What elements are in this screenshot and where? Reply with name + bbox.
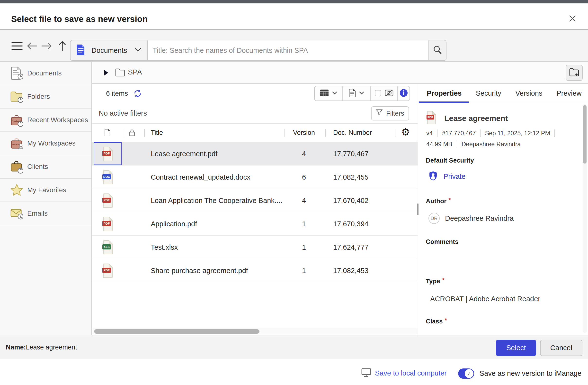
search-button[interactable] [428,40,446,61]
refresh-icon[interactable] [133,89,142,99]
doc-date: Sep 11, 2025, 12:12 PM [485,130,550,137]
author-row: DR Deepashree Ravindra [428,213,514,224]
toolbar: Documents [0,30,588,62]
tab-properties[interactable]: Properties [427,89,462,97]
tab-versions[interactable]: Versions [515,89,542,97]
menu-icon[interactable] [10,30,24,62]
sidebar-item-my-workspaces[interactable]: My Workspaces [0,132,91,155]
row-version: 1 [289,220,318,228]
dialog-title: Select file to save as new version [11,14,147,24]
author-name: Deepashree Ravindra [445,214,514,223]
sidebar-item-clients[interactable]: Clients [0,155,91,179]
table-row[interactable]: PDFShare purchase agreement.pdf117,082,4… [92,259,418,282]
filters-row: No active filters Filters [92,103,418,124]
column-version[interactable]: Version [289,129,318,136]
column-title[interactable]: Title [151,129,163,136]
type-value: ACROBAT | Adobe Acrobat Reader [430,295,540,303]
doc-number: #17,770,467 [442,130,476,137]
table-view-icon [320,89,329,98]
horizontal-scrollbar [92,328,418,334]
pane-resize-handle[interactable] [417,204,419,215]
row-title: Test.xlsx [151,243,178,251]
breadcrumb-folder-name[interactable]: SPA [128,68,142,76]
preview-toggle-group[interactable] [371,86,398,100]
sidebar-item-my-favorites[interactable]: My Favorites [0,179,91,202]
info-button[interactable] [398,86,410,100]
doc-file-icon: DOC [94,165,122,189]
default-security-label: Default Security [426,157,474,164]
cancel-button[interactable]: Cancel [540,340,582,356]
new-folder-button[interactable] [566,65,583,81]
column-separator [123,129,123,137]
caret-right-icon[interactable] [104,69,109,77]
items-count: 6 items [106,90,128,97]
sidebar: DocumentsFoldersRecent WorkspacesMy Work… [0,62,92,335]
save-version-dialog: Select file to save as new version [0,3,588,385]
search-input[interactable] [147,40,428,61]
row-title: Lease agreement.pdf [151,150,217,158]
column-separator [284,129,285,137]
sidebar-item-label: My Workspaces [27,139,76,147]
horizontal-scrollbar-thumb[interactable] [94,329,259,334]
document-meta-line1: v4 #17,770,467 Sep 11, 2025, 12:12 PM [426,130,559,137]
checkbox-icon[interactable] [375,90,381,97]
tab-preview[interactable]: Preview [556,89,581,97]
svg-text:DOC: DOC [103,175,110,179]
column-doc-number[interactable]: Doc. Number [333,129,372,136]
back-arrow-icon[interactable] [25,30,39,62]
table-row[interactable]: DOCContract renewal_updated.docx617,082,… [92,165,418,189]
row-title: Share purchase agreement.pdf [151,267,248,275]
table-row[interactable]: PDFApplication.pdf117,670,394 [92,212,418,236]
sidebar-item-documents[interactable]: Documents [0,62,91,85]
forward-arrow-icon[interactable] [40,30,54,62]
table-row[interactable]: PDFLease agreement.pdf417,770,467 [92,142,418,165]
mail-clock-icon [10,207,24,220]
details-scrollbar [583,104,587,333]
sidebar-item-folders[interactable]: Folders [0,85,91,109]
table-view-button[interactable] [315,86,343,100]
table-header: Title Version Doc. Number ⚙ [92,124,418,142]
breadcrumb: SPA [92,62,588,84]
table-row[interactable]: PDFLoan Application The Cooperative Bank… [92,189,418,212]
close-icon[interactable] [567,13,578,24]
document-view-button[interactable] [343,86,371,100]
xls-file-icon: XLS [94,236,122,259]
folder-icon [115,68,125,77]
save-to-local-link[interactable]: Save to local computer [361,368,447,378]
tab-security[interactable]: Security [476,89,501,97]
up-arrow-icon[interactable] [55,30,69,62]
view-controls [314,86,410,101]
row-version: 4 [289,150,318,158]
sidebar-item-recent-workspaces[interactable]: Recent Workspaces [0,109,91,132]
filters-button-label: Filters [386,110,404,117]
file-list-pane: 6 items [92,84,418,335]
filters-button[interactable]: Filters [371,106,409,120]
gear-icon[interactable]: ⚙ [401,127,410,137]
filters-status: No active filters [99,109,147,117]
file-column-icon[interactable] [105,129,110,137]
private-security-link[interactable]: Private [428,171,465,182]
pdf-file-icon: PDF [94,259,122,282]
sidebar-item-label: Emails [27,209,48,217]
document-clock-icon [10,67,24,80]
sidebar-item-label: Clients [27,163,48,171]
column-separator [325,129,326,137]
table-row[interactable]: XLSTest.xlsx117,624,777 [92,236,418,259]
details-scrollbar-thumb[interactable] [583,105,587,163]
lock-column-icon[interactable] [129,129,135,137]
select-button[interactable]: Select [496,340,536,356]
class-label: Class* [426,317,447,325]
sidebar-item-emails[interactable]: Emails [0,202,91,225]
imanage-toggle[interactable]: ✓ [458,368,474,379]
row-title: Loan Application The Cooperative Bank...… [151,197,282,205]
avatar: DR [428,213,440,224]
toggle-knob-check-icon: ✓ [465,369,473,378]
scope-selector[interactable]: Documents [70,40,147,61]
shield-user-icon [428,171,438,182]
file-rows: PDFLease agreement.pdf417,770,467DOCCont… [92,142,418,282]
required-marker: * [448,196,451,204]
chevron-down-icon [332,91,337,96]
column-separator [395,129,395,137]
svg-text:XLS: XLS [104,245,109,249]
preview-hidden-icon [385,89,394,98]
